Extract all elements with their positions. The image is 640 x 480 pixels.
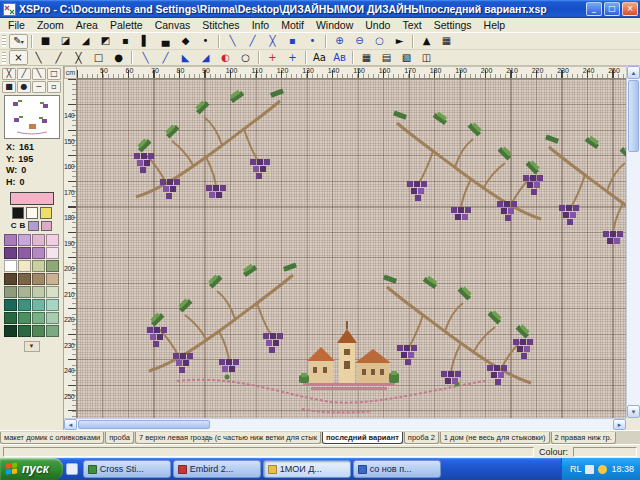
palette-color-14[interactable] bbox=[18, 273, 31, 285]
corner-stitch-left-button[interactable]: ◣ bbox=[176, 50, 195, 65]
palette-color-21[interactable] bbox=[4, 299, 17, 311]
cyrillic-text-tool-button[interactable]: Ав bbox=[330, 50, 349, 65]
palette-color-4[interactable] bbox=[46, 234, 59, 246]
language-indicator[interactable]: RL bbox=[570, 464, 582, 474]
half-paint-button[interactable]: × bbox=[9, 50, 28, 65]
vertical-scroll-track[interactable] bbox=[627, 79, 640, 405]
zoom-in-button[interactable]: ⊕ bbox=[330, 34, 349, 49]
cross-stitch-tool-button[interactable]: ╳ bbox=[2, 68, 16, 80]
vertical-scrollbar[interactable]: ▲ ▼ bbox=[626, 66, 640, 418]
backstitch-down-button[interactable]: ╲ bbox=[223, 34, 242, 49]
maximize-button[interactable]: □ bbox=[604, 2, 620, 16]
palette-color-27[interactable] bbox=[32, 312, 45, 324]
pattern-tab-2[interactable]: проба bbox=[105, 432, 134, 444]
palette-color-5[interactable] bbox=[4, 247, 17, 259]
backstitch-cross-button[interactable]: ╳ bbox=[263, 34, 282, 49]
knot-tool-button[interactable]: ● bbox=[17, 81, 31, 93]
pattern-tab-5[interactable]: проба 2 bbox=[404, 432, 439, 444]
pattern-tab-7[interactable]: 2 правая ниж гр. bbox=[551, 432, 616, 444]
diag-right-paint-button[interactable]: ╱ bbox=[49, 50, 68, 65]
menu-item-help[interactable]: Help bbox=[478, 19, 512, 31]
menu-item-zoom[interactable]: Zoom bbox=[31, 19, 70, 31]
thick-backstitch-up-button[interactable]: ╱ bbox=[156, 50, 175, 65]
horizontal-scroll-track[interactable] bbox=[77, 419, 613, 430]
menu-item-canvas[interactable]: Canvas bbox=[149, 19, 197, 31]
diag-left-paint-button[interactable]: ╲ bbox=[29, 50, 48, 65]
current-color-swatch[interactable] bbox=[10, 192, 54, 205]
scroll-down-button[interactable]: ▼ bbox=[627, 405, 640, 418]
text-tool-button[interactable]: Aa bbox=[310, 50, 329, 65]
outline-square-button[interactable]: □ bbox=[89, 50, 108, 65]
stitch-canvas[interactable] bbox=[77, 79, 626, 418]
taskbar-task-2[interactable]: Embird 2... bbox=[173, 460, 261, 478]
palette-color-10[interactable] bbox=[18, 260, 31, 272]
grid-minor-toggle-button[interactable]: ▧ bbox=[397, 50, 416, 65]
color-wheel-button[interactable]: ◐ bbox=[216, 50, 235, 65]
palette-color-15[interactable] bbox=[32, 273, 45, 285]
horizontal-scrollbar[interactable]: ◄ ► bbox=[64, 418, 626, 430]
half-stitch-tool-button[interactable]: ╱ bbox=[17, 68, 31, 80]
palette-color-30[interactable] bbox=[18, 325, 31, 337]
special-swatch-2[interactable] bbox=[26, 207, 38, 219]
grid-lines-toggle-button[interactable]: ▦ bbox=[357, 50, 376, 65]
corner-stitch-right-button[interactable]: ◢ bbox=[196, 50, 215, 65]
palette-color-28[interactable] bbox=[46, 312, 59, 324]
cb-swatch-1[interactable] bbox=[28, 221, 39, 231]
palette-color-24[interactable] bbox=[46, 299, 59, 311]
palette-color-31[interactable] bbox=[32, 325, 45, 337]
quarter-stitch-button[interactable]: ◢ bbox=[76, 34, 95, 49]
palette-color-2[interactable] bbox=[18, 234, 31, 246]
straight-stitch-button[interactable]: ▪ bbox=[283, 34, 302, 49]
fill-tool-button[interactable]: ■ bbox=[2, 81, 16, 93]
diamond-stitch-button[interactable]: ◆ bbox=[176, 34, 195, 49]
palette-color-12[interactable] bbox=[46, 260, 59, 272]
grid-toggle-button[interactable]: ▦ bbox=[437, 34, 456, 49]
dot-stitch-button[interactable]: • bbox=[196, 34, 215, 49]
horizontal-scroll-thumb[interactable] bbox=[78, 420, 210, 429]
cb-swatch-2[interactable] bbox=[41, 221, 52, 231]
menu-item-area[interactable]: Area bbox=[70, 19, 104, 31]
pattern-tab-1[interactable]: макет домик с оливковками bbox=[0, 432, 104, 444]
palette-color-7[interactable] bbox=[32, 247, 45, 259]
menu-item-palette[interactable]: Palette bbox=[104, 19, 149, 31]
taskbar-task-3[interactable]: 1МОИ Д... bbox=[263, 460, 351, 478]
design-preview-thumbnail[interactable] bbox=[4, 95, 60, 139]
erase-tool-button[interactable]: ▫ bbox=[47, 81, 61, 93]
palette-color-32[interactable] bbox=[46, 325, 59, 337]
special-swatch-1[interactable] bbox=[12, 207, 24, 219]
menu-item-motif[interactable]: Motif bbox=[275, 19, 310, 31]
palette-color-29[interactable] bbox=[4, 325, 17, 337]
menu-item-file[interactable]: File bbox=[2, 19, 31, 31]
palette-color-6[interactable] bbox=[18, 247, 31, 259]
center-pattern-button[interactable]: ◫ bbox=[417, 50, 436, 65]
palette-color-22[interactable] bbox=[18, 299, 31, 311]
palette-color-25[interactable] bbox=[4, 312, 17, 324]
petite-stitch-button[interactable]: ▪ bbox=[116, 34, 135, 49]
start-button[interactable]: пуск bbox=[0, 458, 63, 480]
palette-color-26[interactable] bbox=[18, 312, 31, 324]
french-knot-button[interactable]: ● bbox=[109, 50, 128, 65]
palette-color-23[interactable] bbox=[32, 299, 45, 311]
palette-color-18[interactable] bbox=[18, 286, 31, 298]
palette-color-17[interactable] bbox=[4, 286, 17, 298]
half-cross-stitch-button[interactable]: ◪ bbox=[56, 34, 75, 49]
pattern-tab-6[interactable]: 1 дом (не весь для стыковки) bbox=[440, 432, 550, 444]
full-cross-stitch-button[interactable]: ■ bbox=[36, 34, 55, 49]
taskbar-task-4[interactable]: со нов п... bbox=[353, 460, 441, 478]
outline-tool-button[interactable]: □ bbox=[47, 68, 61, 80]
pattern-tab-3[interactable]: 7 верхн левая гроздь (с частью ниж ветки… bbox=[135, 432, 321, 444]
tray-icon-2[interactable] bbox=[598, 465, 607, 474]
special-swatch-3[interactable] bbox=[40, 207, 52, 219]
horizontal-stitch-button[interactable]: ▄ bbox=[156, 34, 175, 49]
select-arrow-button[interactable]: ▲ bbox=[417, 34, 436, 49]
pencil-tool-button[interactable]: ✎▾ bbox=[9, 34, 28, 49]
palette-color-19[interactable] bbox=[32, 286, 45, 298]
close-button[interactable]: × bbox=[622, 2, 638, 16]
thick-backstitch-down-button[interactable]: ╲ bbox=[136, 50, 155, 65]
menu-item-undo[interactable]: Undo bbox=[359, 19, 396, 31]
palette-scroll-down-button[interactable]: ▼ bbox=[24, 341, 40, 352]
palette-color-16[interactable] bbox=[46, 273, 59, 285]
pattern-tab-4[interactable]: последний вариант bbox=[322, 432, 403, 444]
scroll-right-button[interactable]: ► bbox=[613, 419, 626, 430]
grid-major-toggle-button[interactable]: ▤ bbox=[377, 50, 396, 65]
